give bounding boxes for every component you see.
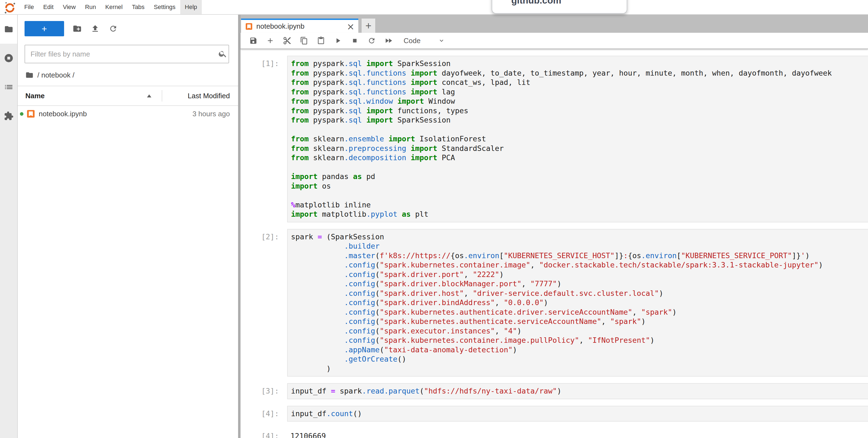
menu-view[interactable]: View (58, 0, 80, 14)
table-of-contents-icon (4, 82, 13, 92)
filter-files-input[interactable] (25, 45, 229, 63)
copy-cell-button[interactable] (296, 34, 312, 47)
breadcrumb[interactable]: / notebook / (25, 70, 238, 80)
notebook-file-icon (27, 110, 35, 118)
cell-prompt: [2]: (241, 229, 287, 377)
output-cell: [4]: 12106669 (241, 428, 868, 438)
code-cell: [3]: input_df = spark.read.parquet("hdfs… (241, 383, 868, 399)
menu-help[interactable]: Help (180, 0, 202, 14)
interrupt-kernel-button[interactable] (346, 34, 363, 47)
output-prompt: [4]: (241, 428, 287, 438)
run-icon (334, 36, 342, 45)
menu-kernel[interactable]: Kernel (101, 0, 127, 14)
running-sessions-icon (4, 53, 13, 63)
code-cell: [2]: spark = (SparkSession .builder .mas… (241, 229, 868, 377)
code-line: .config("spark.driver.host", "driver-ser… (291, 289, 868, 298)
file-modified: 3 hours ago (192, 110, 238, 118)
menubar: File Edit View Run Kernel Tabs Settings … (0, 0, 868, 15)
notebook-tab-icon (245, 23, 252, 30)
search-icon (218, 49, 227, 58)
refresh-icon (109, 24, 118, 33)
chevron-down-icon[interactable] (438, 37, 445, 44)
home-folder-icon (25, 71, 34, 79)
upload-button[interactable] (90, 24, 100, 34)
running-indicator (20, 112, 24, 116)
code-line: .master(f'k8s://https://{os.environ["KUB… (291, 251, 868, 261)
file-row[interactable]: notebook.ipynb 3 hours ago (18, 106, 238, 122)
save-button[interactable] (245, 34, 262, 47)
cell-input[interactable]: from pyspark.sql import SparkSessionfrom… (287, 56, 868, 223)
code-line: input_df = spark.read.parquet("hdfs://hd… (291, 386, 868, 396)
dock-panel: notebook.ipynb × + (241, 15, 868, 438)
code-line: .config("spark.kubernetes.container.imag… (291, 335, 868, 345)
code-line: import matplotlib.pyplot as plt (291, 210, 868, 219)
panel-splitter[interactable] (238, 15, 241, 438)
run-cell-button[interactable] (330, 34, 346, 47)
save-icon (249, 36, 257, 45)
column-header-last-modified[interactable]: Last Modified (162, 90, 238, 101)
cut-icon (283, 36, 291, 45)
tab-notebook[interactable]: notebook.ipynb × (241, 19, 358, 33)
code-line: input_df.count() (291, 409, 868, 419)
menu-settings[interactable]: Settings (149, 0, 180, 14)
jupyter-logo-icon (4, 1, 16, 13)
code-line: from pyspark.sql.functions import dayofw… (291, 68, 868, 78)
menu-file[interactable]: File (20, 0, 38, 14)
code-line: spark = (SparkSession (291, 232, 868, 242)
menu-run[interactable]: Run (81, 0, 101, 14)
menubar-items: File Edit View Run Kernel Tabs Settings … (20, 0, 202, 14)
cell-input[interactable]: spark = (SparkSession .builder .master(f… (287, 229, 868, 377)
plus-icon: + (365, 20, 371, 32)
tab-title: notebook.ipynb (256, 22, 304, 31)
restart-kernel-button[interactable] (363, 34, 380, 47)
code-line: from pyspark.sql import SparkSession (291, 59, 868, 68)
code-line: .builder (291, 241, 868, 251)
code-line: from sklearn.decomposition import PCA (291, 153, 868, 163)
code-line: .appName("taxi-data-anomaly-detection") (291, 345, 868, 355)
code-line: from pyspark.sql import SparkSession (291, 115, 868, 125)
code-line: %matplotlib inline (291, 200, 868, 210)
sidebar-tab-table-of-contents[interactable] (0, 72, 17, 101)
close-icon[interactable]: × (347, 22, 355, 31)
sidebar-tab-file-browser[interactable] (0, 15, 17, 43)
cell-prompt: [3]: (241, 383, 287, 399)
add-tab-button[interactable]: + (362, 19, 375, 33)
notebook-content: [1]: from pyspark.sql import SparkSessio… (241, 49, 868, 438)
code-cell: [4]: input_df.count() (241, 406, 868, 422)
menu-edit[interactable]: Edit (38, 0, 58, 14)
cell-input[interactable]: input_df.count() (287, 406, 868, 422)
code-line: from pyspark.sql import functions, types (291, 106, 868, 116)
restart-icon (368, 36, 376, 45)
paste-cell-button[interactable] (312, 34, 330, 47)
sidebar-tab-running-sessions[interactable] (0, 43, 17, 72)
code-cell: [1]: from pyspark.sql import SparkSessio… (241, 56, 868, 223)
code-line (291, 163, 868, 172)
activity-bar (0, 15, 18, 438)
insert-cell-button[interactable] (262, 34, 279, 47)
code-line: from pyspark.sql.functions import concat… (291, 78, 868, 87)
cell-input[interactable]: input_df = spark.read.parquet("hdfs://hd… (287, 383, 868, 399)
plus-icon (266, 36, 274, 45)
column-header-name[interactable]: Name (18, 86, 162, 105)
code-line: .config("spark.driver.port", "2222") (291, 270, 868, 280)
new-folder-button[interactable] (72, 24, 82, 34)
new-folder-icon (72, 24, 82, 33)
popup-origin-text: github.com (511, 0, 561, 5)
cell-type-dropdown[interactable]: Code (404, 36, 421, 45)
dock-tab-bar: notebook.ipynb × + (241, 15, 868, 33)
notebook-toolbar: Code (241, 33, 868, 49)
permission-popup: github.com (492, 0, 627, 13)
new-launcher-button[interactable]: + (25, 21, 64, 36)
cut-cell-button[interactable] (279, 34, 296, 47)
code-line: import pandas as pd (291, 172, 868, 181)
breadcrumb-path: / notebook / (37, 71, 74, 80)
copy-icon (300, 36, 308, 45)
stop-icon (351, 37, 358, 44)
code-line: .config("spark.driver.bindAddress", "0.0… (291, 298, 868, 308)
refresh-files-button[interactable] (108, 24, 118, 34)
upload-icon (91, 24, 100, 33)
cell-prompt: [4]: (241, 406, 287, 422)
menu-tabs[interactable]: Tabs (127, 0, 149, 14)
restart-run-all-button[interactable] (380, 34, 397, 47)
sidebar-tab-extensions[interactable] (0, 101, 17, 130)
